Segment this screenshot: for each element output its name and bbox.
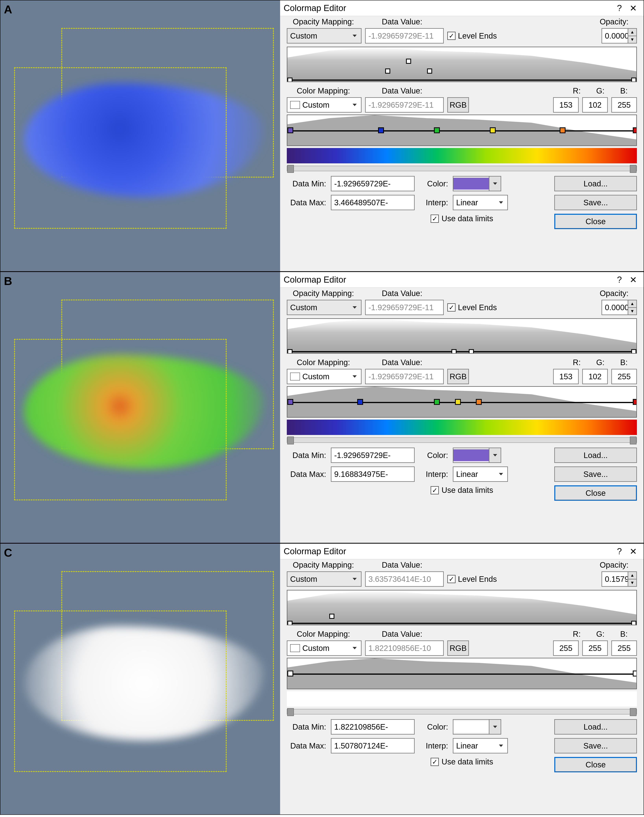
opacity-histogram[interactable] <box>287 318 637 354</box>
opacity-spinner[interactable]: 0.0000 ▲▼ <box>601 300 637 315</box>
color-strip-marker[interactable] <box>287 671 293 676</box>
g-field[interactable]: 255 <box>582 640 608 656</box>
color-data-value-field[interactable]: 1.822109856E-10 <box>365 640 444 656</box>
spin-down-icon[interactable]: ▼ <box>628 579 636 586</box>
color-strip-marker[interactable] <box>455 399 461 405</box>
interp-combo[interactable]: Linear <box>453 738 508 753</box>
color-strip-marker[interactable] <box>633 399 637 405</box>
level-ends-checkbox[interactable]: ✓ Level Ends <box>447 303 497 312</box>
range-slider[interactable] <box>287 166 637 171</box>
color-strip[interactable] <box>287 658 637 689</box>
save-button[interactable]: Save... <box>554 738 637 753</box>
load-button[interactable]: Load... <box>554 448 637 463</box>
color-strip-marker[interactable] <box>633 127 637 133</box>
color-strip-marker[interactable] <box>287 127 293 133</box>
slider-knob-max[interactable] <box>630 436 636 444</box>
viz-3d[interactable]: C <box>0 544 280 814</box>
level-ends-checkbox[interactable]: ✓ Level Ends <box>447 575 497 584</box>
b-field[interactable]: 255 <box>611 97 637 112</box>
color-label: Color: <box>420 723 450 731</box>
panel-row: C Colormap Editor ? ✕ Opacity Mapping: D… <box>0 543 644 815</box>
color-picker[interactable] <box>453 176 501 191</box>
data-max-field[interactable]: 3.466489507E- <box>331 195 415 210</box>
slider-knob-min[interactable] <box>287 436 294 444</box>
rgb-button[interactable]: RGB <box>447 97 469 112</box>
data-min-field[interactable]: -1.929659729E- <box>331 448 415 463</box>
spin-down-icon[interactable]: ▼ <box>628 307 636 315</box>
use-data-limits-checkbox[interactable]: ✓ <box>431 215 439 223</box>
load-button[interactable]: Load... <box>554 176 637 191</box>
r-field[interactable]: 153 <box>553 369 579 384</box>
r-field[interactable]: 153 <box>553 97 579 112</box>
color-mapping-combo[interactable]: Custom <box>287 97 362 112</box>
g-field[interactable]: 102 <box>582 369 608 384</box>
g-field[interactable]: 102 <box>582 97 608 112</box>
color-strip-marker[interactable] <box>560 127 566 133</box>
opacity-mapping-combo[interactable]: Custom <box>287 571 362 587</box>
opacity-spinner[interactable]: 0.0000 ▲▼ <box>601 28 637 43</box>
data-max-field[interactable]: 9.168834975E- <box>331 467 415 482</box>
color-mapping-combo[interactable]: Custom <box>287 640 362 656</box>
data-min-field[interactable]: -1.929659729E- <box>331 176 415 191</box>
color-strip-marker[interactable] <box>476 399 482 405</box>
slider-knob-max[interactable] <box>630 165 636 173</box>
slider-knob-min[interactable] <box>287 708 294 716</box>
rgb-button[interactable]: RGB <box>447 640 469 656</box>
opacity-histogram[interactable] <box>287 47 637 82</box>
spin-up-icon[interactable]: ▲ <box>628 572 636 579</box>
slider-knob-max[interactable] <box>630 708 636 716</box>
color-strip-marker[interactable] <box>434 127 440 133</box>
slider-knob-min[interactable] <box>287 165 294 173</box>
close-icon[interactable]: ✕ <box>626 275 640 285</box>
opacity-spinner[interactable]: 0.1579 ▲▼ <box>601 571 637 587</box>
help-button[interactable]: ? <box>613 547 626 556</box>
data-value-label: Data Value: <box>359 17 445 26</box>
color-strip[interactable] <box>287 386 637 418</box>
opacity-data-value-field[interactable]: 3.635736414E-10 <box>365 571 444 587</box>
gradient-bar <box>287 148 637 163</box>
save-button[interactable]: Save... <box>554 195 637 210</box>
spin-up-icon[interactable]: ▲ <box>628 29 636 35</box>
rgb-button[interactable]: RGB <box>447 369 469 384</box>
viz-3d[interactable]: A <box>0 0 280 271</box>
color-strip-marker[interactable] <box>633 671 637 676</box>
load-button[interactable]: Load... <box>554 719 637 734</box>
data-value-label: Data Value: <box>359 86 445 95</box>
close-icon[interactable]: ✕ <box>626 3 640 13</box>
range-slider[interactable] <box>287 709 637 714</box>
color-mapping-combo[interactable]: Custom <box>287 369 362 384</box>
b-field[interactable]: 255 <box>611 369 637 384</box>
color-data-value-field[interactable]: -1.929659729E-11 <box>365 97 444 112</box>
viz-3d[interactable]: B <box>0 272 280 543</box>
save-button[interactable]: Save... <box>554 467 637 482</box>
interp-combo[interactable]: Linear <box>453 467 508 482</box>
help-button[interactable]: ? <box>613 275 626 285</box>
color-picker[interactable] <box>453 448 501 463</box>
opacity-histogram[interactable] <box>287 590 637 625</box>
spin-up-icon[interactable]: ▲ <box>628 300 636 307</box>
data-max-field[interactable]: 1.507807124E- <box>331 738 415 753</box>
spin-down-icon[interactable]: ▼ <box>628 35 636 43</box>
opacity-data-value-field[interactable]: -1.929659729E-11 <box>365 300 444 315</box>
color-strip-marker[interactable] <box>378 127 384 133</box>
color-data-value-field[interactable]: -1.929659729E-11 <box>365 369 444 384</box>
level-ends-checkbox[interactable]: ✓ Level Ends <box>447 31 497 40</box>
opacity-mapping-combo[interactable]: Custom <box>287 28 362 43</box>
interp-combo[interactable]: Linear <box>453 195 508 210</box>
color-strip-marker[interactable] <box>490 127 496 133</box>
close-icon[interactable]: ✕ <box>626 547 640 556</box>
help-button[interactable]: ? <box>613 3 626 13</box>
r-field[interactable]: 255 <box>553 640 579 656</box>
data-min-field[interactable]: 1.822109856E- <box>331 719 415 734</box>
use-data-limits-checkbox[interactable]: ✓ <box>431 758 439 766</box>
opacity-mapping-combo[interactable]: Custom <box>287 300 362 315</box>
color-strip-marker[interactable] <box>434 399 440 405</box>
color-strip-marker[interactable] <box>287 399 293 405</box>
range-slider[interactable] <box>287 437 637 443</box>
opacity-data-value-field[interactable]: -1.929659729E-11 <box>365 28 444 43</box>
b-field[interactable]: 255 <box>611 640 637 656</box>
color-strip[interactable] <box>287 115 637 146</box>
use-data-limits-checkbox[interactable]: ✓ <box>431 486 439 494</box>
color-strip-marker[interactable] <box>357 399 363 405</box>
color-picker[interactable] <box>453 719 501 734</box>
